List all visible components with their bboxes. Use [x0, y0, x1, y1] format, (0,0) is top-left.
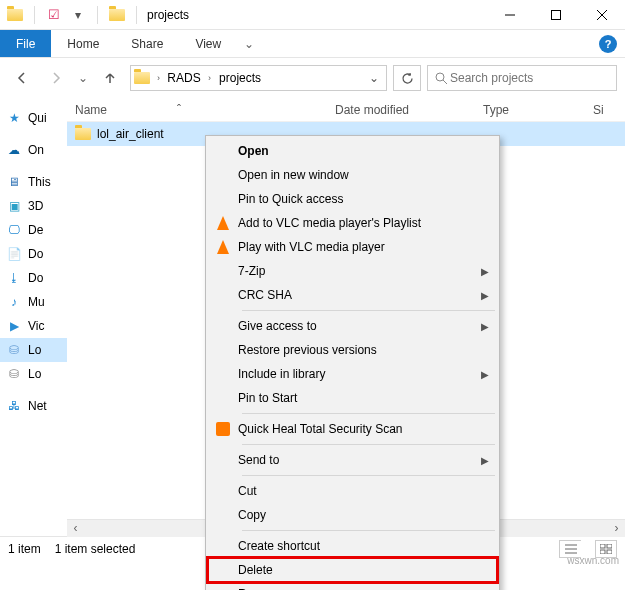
address-dropdown-icon[interactable]: ⌄	[362, 71, 386, 85]
close-button[interactable]	[579, 0, 625, 30]
svg-line-5	[443, 80, 447, 84]
ribbon-tabs: File Home Share View ⌄ ?	[0, 30, 625, 58]
svg-rect-9	[600, 544, 605, 548]
home-tab[interactable]: Home	[51, 30, 115, 57]
scroll-left-icon[interactable]: ‹	[67, 520, 84, 537]
ctx-copy[interactable]: Copy	[208, 503, 497, 527]
ctx-send-to[interactable]: Send to▶	[208, 448, 497, 472]
vlc-icon	[217, 216, 229, 230]
drive-icon: ⛁	[6, 342, 22, 358]
watermark: wsxwn.com	[567, 555, 619, 566]
ctx-rename[interactable]: Rename	[208, 582, 497, 590]
sidebar-item-3d[interactable]: ▣3D	[0, 194, 67, 218]
ctx-restore-versions[interactable]: Restore previous versions	[208, 338, 497, 362]
share-tab[interactable]: Share	[115, 30, 179, 57]
window-title: projects	[147, 8, 189, 22]
drive-icon: ⛁	[6, 366, 22, 382]
ctx-open[interactable]: Open	[208, 139, 497, 163]
breadcrumb-segment[interactable]: › RADS ›	[153, 71, 215, 85]
forward-button[interactable]	[42, 64, 70, 92]
folder-icon	[6, 6, 24, 24]
ctx-7zip[interactable]: 7-Zip▶	[208, 259, 497, 283]
sort-indicator-icon: ˆ	[177, 103, 181, 117]
network-icon: 🖧	[6, 398, 22, 414]
help-icon[interactable]: ?	[599, 35, 617, 53]
ctx-crc-sha[interactable]: CRC SHA▶	[208, 283, 497, 307]
navigation-bar: ⌄ › RADS › projects ⌄ Search projects	[0, 58, 625, 98]
svg-rect-1	[552, 10, 561, 19]
submenu-arrow-icon: ▶	[481, 455, 489, 466]
navigation-pane: ★Qui ☁On 🖥This ▣3D 🖵De 📄Do ⭳Do ♪Mu ▶Vic …	[0, 98, 67, 536]
scroll-right-icon[interactable]: ›	[608, 520, 625, 537]
refresh-button[interactable]	[393, 65, 421, 91]
title-bar: ☑ ▾ projects	[0, 0, 625, 30]
downloads-icon: ⭳	[6, 270, 22, 286]
pc-icon: 🖥	[6, 174, 22, 190]
search-icon	[432, 72, 450, 85]
sidebar-item-local-disk[interactable]: ⛁Lo	[0, 362, 67, 386]
star-icon: ★	[6, 110, 22, 126]
file-name: lol_air_client	[97, 127, 164, 141]
documents-icon: 📄	[6, 246, 22, 262]
ctx-vlc-play[interactable]: Play with VLC media player	[208, 235, 497, 259]
ctx-open-new-window[interactable]: Open in new window	[208, 163, 497, 187]
maximize-button[interactable]	[533, 0, 579, 30]
search-placeholder: Search projects	[450, 71, 533, 85]
ctx-give-access[interactable]: Give access to▶	[208, 314, 497, 338]
ctx-quickheal-scan[interactable]: Quick Heal Total Security Scan	[208, 417, 497, 441]
music-icon: ♪	[6, 294, 22, 310]
recent-locations-icon[interactable]: ⌄	[76, 64, 90, 92]
qat-dropdown-icon[interactable]: ▾	[69, 6, 87, 24]
svg-point-4	[436, 73, 444, 81]
video-icon: ▶	[6, 318, 22, 334]
column-size[interactable]: Si	[585, 103, 625, 117]
quickheal-icon	[216, 422, 230, 436]
sidebar-item-local-disk[interactable]: ⛁Lo	[0, 338, 67, 362]
up-button[interactable]	[96, 64, 124, 92]
ctx-pin-quick-access[interactable]: Pin to Quick access	[208, 187, 497, 211]
ctx-cut[interactable]: Cut	[208, 479, 497, 503]
properties-checkbox-icon[interactable]: ☑	[45, 6, 63, 24]
search-input[interactable]: Search projects	[427, 65, 617, 91]
folder-icon	[131, 72, 153, 84]
ctx-delete[interactable]: Delete	[208, 558, 497, 582]
sidebar-item-network[interactable]: 🖧Net	[0, 394, 67, 418]
folder-icon	[108, 6, 126, 24]
view-tab[interactable]: View	[179, 30, 237, 57]
desktop-icon: 🖵	[6, 222, 22, 238]
submenu-arrow-icon: ▶	[481, 266, 489, 277]
column-headers[interactable]: Nameˆ Date modified Type Si	[67, 98, 625, 122]
selection-count: 1 item selected	[55, 542, 136, 556]
svg-rect-10	[607, 544, 612, 548]
sidebar-item-videos[interactable]: ▶Vic	[0, 314, 67, 338]
svg-rect-11	[600, 550, 605, 554]
submenu-arrow-icon: ▶	[481, 290, 489, 301]
sidebar-item-quick-access[interactable]: ★Qui	[0, 106, 67, 130]
submenu-arrow-icon: ▶	[481, 321, 489, 332]
sidebar-item-documents[interactable]: 📄Do	[0, 242, 67, 266]
folder-icon	[75, 126, 91, 142]
sidebar-item-music[interactable]: ♪Mu	[0, 290, 67, 314]
address-bar[interactable]: › RADS › projects ⌄	[130, 65, 387, 91]
file-tab[interactable]: File	[0, 30, 51, 57]
sidebar-item-downloads[interactable]: ⭳Do	[0, 266, 67, 290]
ctx-vlc-add-playlist[interactable]: Add to VLC media player's Playlist	[208, 211, 497, 235]
ctx-create-shortcut[interactable]: Create shortcut	[208, 534, 497, 558]
column-type[interactable]: Type	[475, 103, 585, 117]
column-date[interactable]: Date modified	[327, 103, 475, 117]
cube-icon: ▣	[6, 198, 22, 214]
context-menu: Open Open in new window Pin to Quick acc…	[205, 135, 500, 590]
minimize-button[interactable]	[487, 0, 533, 30]
ctx-pin-start[interactable]: Pin to Start	[208, 386, 497, 410]
vlc-icon	[217, 240, 229, 254]
ribbon-expand-icon[interactable]: ⌄	[237, 37, 261, 51]
sidebar-item-desktop[interactable]: 🖵De	[0, 218, 67, 242]
back-button[interactable]	[8, 64, 36, 92]
breadcrumb-segment[interactable]: projects	[215, 71, 265, 85]
column-name[interactable]: Nameˆ	[67, 103, 327, 117]
submenu-arrow-icon: ▶	[481, 369, 489, 380]
ctx-include-library[interactable]: Include in library▶	[208, 362, 497, 386]
item-count: 1 item	[8, 542, 41, 556]
sidebar-item-this-pc[interactable]: 🖥This	[0, 170, 67, 194]
sidebar-item-onedrive[interactable]: ☁On	[0, 138, 67, 162]
